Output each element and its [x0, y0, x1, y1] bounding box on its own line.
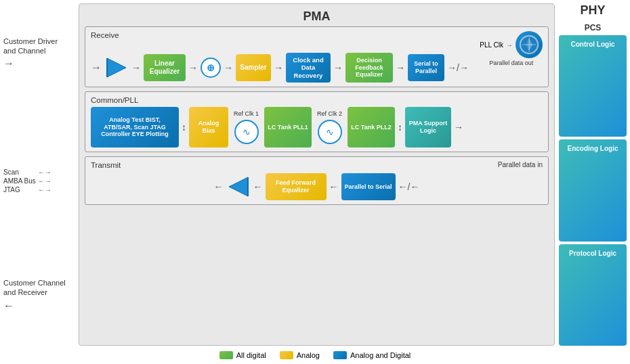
jtag-label: JTAG [3, 186, 36, 194]
legend-analog-digital: Analog and Digital [333, 351, 411, 359]
rx-block [104, 55, 129, 80]
svg-point-0 [520, 36, 538, 53]
dfe-block: Decision Feedback Equalizer [345, 53, 393, 83]
receive-section: Receive PLL Clk → [85, 26, 549, 87]
pll-clk-label: PLL Clk [480, 41, 503, 49]
analog-swatch [280, 351, 293, 359]
tx-block [226, 175, 251, 199]
linear-equalizer-block: Linear Equalizer [144, 54, 186, 81]
transmit-section: Transmit Parallel data in ← ← Feed Forwa [85, 156, 549, 205]
left-labels: Customer Driver and Channel → Scan ←→ AM… [3, 3, 75, 346]
scan-label: Scan [3, 168, 36, 176]
parallel-data-out: Parallel data out [489, 60, 533, 66]
receive-row: → → Linear Equalizer → ⊕ → [91, 53, 543, 83]
svg-marker-5 [229, 177, 248, 196]
cdr-block: Clock and Data Recovery [286, 53, 331, 83]
ref-clk1-label: Ref Clk 1 [234, 110, 259, 117]
scan-labels: Scan ←→ AMBA Bus ←→ JTAG ←→ [3, 168, 75, 194]
amba-bus-label: AMBA Bus [3, 177, 36, 185]
pcs-label: PCS [559, 23, 627, 32]
pll-clock-circle [516, 31, 543, 58]
phy-section: PHY PCS Control Logic Encoding Logic Pro… [559, 3, 627, 346]
common-label: Common/PLL [91, 96, 543, 104]
diagram-area: PMA Receive PLL Clk → [79, 3, 555, 346]
all-digital-swatch [219, 351, 233, 359]
main-container: Customer Driver and Channel → Scan ←→ AM… [3, 3, 627, 361]
control-logic-block: Control Logic [559, 35, 627, 137]
analog-label: Analog [297, 351, 320, 359]
transmit-row: ← ← Feed Forward Equalizer ← Paral [91, 173, 543, 200]
parallel-data-in: Parallel data in [498, 161, 543, 168]
encoding-logic-block: Encoding Logic [559, 139, 627, 241]
lc-tank-pll1-block: LC Tank PLL1 [264, 107, 312, 147]
feed-forward-block: Feed Forward Equalizer [266, 173, 327, 200]
parallel-serial-block: Parallel to Serial [341, 173, 396, 200]
ref-clk2-circle: ∿ [318, 120, 342, 144]
analog-digital-swatch [333, 351, 347, 359]
ref-clk2-label: Ref Clk 2 [317, 110, 342, 117]
ref-clk1-circle: ∿ [234, 120, 259, 144]
legend-analog: Analog [280, 351, 320, 359]
mixer-block: ⊕ [201, 58, 221, 78]
protocol-logic-block: Protocol Logic [559, 244, 627, 346]
legend-all-digital: All digital [219, 351, 266, 359]
receive-label: Receive [91, 31, 543, 39]
svg-marker-3 [107, 58, 126, 77]
analog-test-block: Analog Test BIST, ATB/SAR, Scan JTAG Con… [91, 107, 179, 147]
common-row: Analog Test BIST, ATB/SAR, Scan JTAG Con… [91, 107, 543, 147]
serial-parallel-block: Serial to Parallel [408, 54, 444, 81]
pma-title: PMA [85, 9, 549, 24]
transmit-label: Transmit [91, 161, 121, 169]
lc-tank-pll2-block: LC Tank PLL2 [348, 107, 395, 147]
sampler-block: Sampler [236, 54, 271, 81]
legend: All digital Analog Analog and Digital [3, 346, 627, 361]
common-section: Common/PLL Analog Test BIST, ATB/SAR, Sc… [85, 91, 549, 152]
top-area: Customer Driver and Channel → Scan ←→ AM… [3, 3, 627, 346]
analog-digital-label: Analog and Digital [350, 351, 411, 359]
customer-channel-label: Customer Channel and Receiver ← [3, 278, 75, 313]
customer-driver-label: Customer Driver and Channel → [3, 37, 75, 71]
phy-title: PHY [559, 3, 627, 18]
all-digital-label: All digital [236, 351, 266, 359]
pma-support-block: PMA Support Logic [405, 107, 451, 147]
analog-bias-block: Analog Bias [189, 107, 228, 147]
